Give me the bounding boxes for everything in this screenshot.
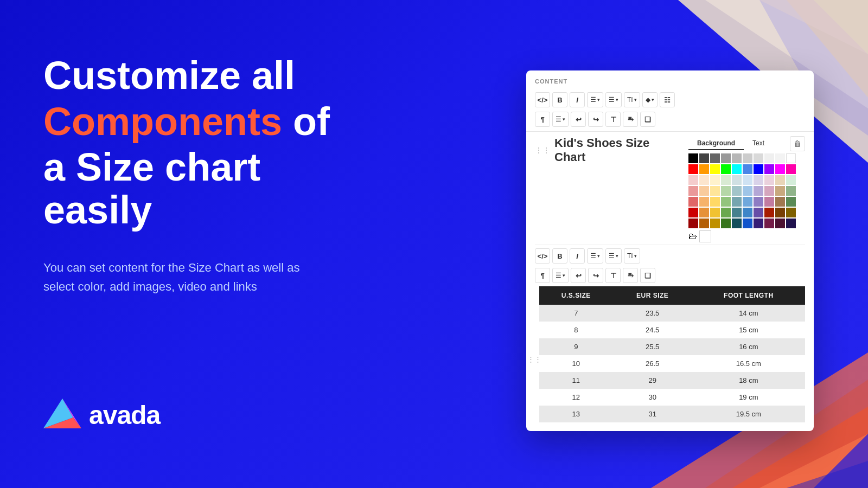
expand-btn-2[interactable]: ⥱ bbox=[623, 268, 638, 283]
undo-btn-2[interactable]: ↩ bbox=[571, 268, 586, 283]
swatch-f4[interactable] bbox=[721, 219, 731, 228]
paragraph-btn[interactable]: ¶ bbox=[535, 112, 550, 127]
color-dropdown[interactable]: ◆▾ bbox=[642, 92, 658, 107]
swatch-m9[interactable] bbox=[775, 186, 785, 196]
table-drag-handle[interactable]: ⋮⋮ bbox=[527, 355, 541, 363]
swatch-m7[interactable] bbox=[754, 186, 763, 196]
swatch-magenta[interactable] bbox=[775, 164, 785, 174]
custom-color-box[interactable] bbox=[699, 230, 711, 242]
list-ordered-dropdown[interactable]: ☰▾ bbox=[605, 92, 622, 107]
swatch-f9[interactable] bbox=[775, 219, 785, 228]
swatch-d1[interactable] bbox=[688, 197, 698, 207]
swatch-lighter-gray[interactable] bbox=[743, 153, 752, 163]
undo-btn[interactable]: ↩ bbox=[571, 112, 586, 127]
swatch-light-gray[interactable] bbox=[732, 153, 742, 163]
swatch-m8[interactable] bbox=[764, 186, 774, 196]
swatch-f10[interactable] bbox=[786, 219, 796, 228]
swatch-p1[interactable] bbox=[688, 175, 698, 185]
list-dropdown-2[interactable]: ☰▾ bbox=[587, 248, 603, 264]
para-btn-2[interactable]: ¶ bbox=[535, 268, 550, 283]
text-style-2[interactable]: TI▾ bbox=[624, 248, 640, 264]
swatch-m6[interactable] bbox=[743, 186, 752, 196]
swatch-m1[interactable] bbox=[688, 186, 698, 196]
swatch-f8[interactable] bbox=[764, 219, 774, 228]
swatch-e8[interactable] bbox=[764, 208, 774, 217]
swatch-near-white[interactable] bbox=[764, 153, 774, 163]
swatch-p4[interactable] bbox=[721, 175, 731, 185]
code-btn-2[interactable]: </> bbox=[535, 248, 550, 264]
swatch-e9[interactable] bbox=[775, 208, 785, 217]
swatch-f6[interactable] bbox=[743, 219, 752, 228]
swatch-d9[interactable] bbox=[775, 197, 785, 207]
swatch-d2[interactable] bbox=[699, 197, 709, 207]
code-btn[interactable]: </> bbox=[535, 92, 550, 107]
bold-btn-2[interactable]: B bbox=[552, 248, 567, 264]
swatch-m10[interactable] bbox=[786, 186, 796, 196]
align-dropdown-2[interactable]: ☰▾ bbox=[552, 268, 569, 283]
swatch-m3[interactable] bbox=[710, 186, 720, 196]
image-btn[interactable]: ❏ bbox=[640, 112, 655, 127]
swatch-m5[interactable] bbox=[732, 186, 742, 196]
swatch-d8[interactable] bbox=[764, 197, 774, 207]
swatch-p10[interactable] bbox=[786, 175, 796, 185]
indent-btn[interactable]: ⊤ bbox=[605, 112, 621, 127]
swatch-e7[interactable] bbox=[754, 208, 763, 217]
swatch-very-light-gray[interactable] bbox=[754, 153, 763, 163]
table-btn[interactable]: ☷ bbox=[660, 92, 675, 107]
eyedropper-icon[interactable]: 🗁 bbox=[688, 232, 697, 241]
swatch-m4[interactable] bbox=[721, 186, 731, 196]
swatch-red[interactable] bbox=[688, 164, 698, 174]
swatch-lime[interactable] bbox=[721, 164, 731, 174]
swatch-d4[interactable] bbox=[721, 197, 731, 207]
tab-text[interactable]: Text bbox=[744, 137, 773, 150]
swatch-gray[interactable] bbox=[710, 153, 720, 163]
swatch-off-white[interactable] bbox=[775, 153, 785, 163]
fullscreen-btn[interactable]: ⥱ bbox=[623, 112, 638, 127]
title-drag-handle[interactable]: ⋮⋮ bbox=[535, 146, 550, 155]
italic-btn-2[interactable]: I bbox=[570, 248, 585, 264]
swatch-e10[interactable] bbox=[786, 208, 796, 217]
swatch-f2[interactable] bbox=[699, 219, 709, 228]
color-delete-btn[interactable]: 🗑 bbox=[790, 136, 805, 151]
swatch-e2[interactable] bbox=[699, 208, 709, 217]
italic-btn[interactable]: I bbox=[570, 92, 585, 107]
swatch-blue[interactable] bbox=[743, 164, 752, 174]
swatch-pink[interactable] bbox=[786, 164, 796, 174]
swatch-p7[interactable] bbox=[754, 175, 763, 185]
bold-btn[interactable]: B bbox=[552, 92, 567, 107]
swatch-black[interactable] bbox=[688, 153, 698, 163]
indent-btn-2[interactable]: ⊤ bbox=[605, 268, 621, 283]
swatch-e6[interactable] bbox=[743, 208, 752, 217]
swatch-d3[interactable] bbox=[710, 197, 720, 207]
swatch-p3[interactable] bbox=[710, 175, 720, 185]
list-unordered-dropdown[interactable]: ☰▾ bbox=[587, 92, 603, 107]
swatch-d5[interactable] bbox=[732, 197, 742, 207]
swatch-yellow[interactable] bbox=[710, 164, 720, 174]
swatch-dark-gray[interactable] bbox=[699, 153, 709, 163]
swatch-p5[interactable] bbox=[732, 175, 742, 185]
swatch-dark-blue[interactable] bbox=[754, 164, 763, 174]
swatch-f7[interactable] bbox=[754, 219, 763, 228]
swatch-f3[interactable] bbox=[710, 219, 720, 228]
redo-btn[interactable]: ↪ bbox=[588, 112, 603, 127]
swatch-mid-gray[interactable] bbox=[721, 153, 731, 163]
swatch-e3[interactable] bbox=[710, 208, 720, 217]
swatch-p8[interactable] bbox=[764, 175, 774, 185]
swatch-f5[interactable] bbox=[732, 219, 742, 228]
swatch-p2[interactable] bbox=[699, 175, 709, 185]
swatch-cyan[interactable] bbox=[732, 164, 742, 174]
swatch-m2[interactable] bbox=[699, 186, 709, 196]
swatch-d10[interactable] bbox=[786, 197, 796, 207]
swatch-p9[interactable] bbox=[775, 175, 785, 185]
media-btn-2[interactable]: ❏ bbox=[640, 268, 655, 283]
text-style-dropdown[interactable]: TI▾ bbox=[624, 92, 640, 107]
swatch-p6[interactable] bbox=[743, 175, 752, 185]
swatch-d6[interactable] bbox=[743, 197, 752, 207]
swatch-purple[interactable] bbox=[764, 164, 774, 174]
swatch-orange[interactable] bbox=[699, 164, 709, 174]
swatch-e5[interactable] bbox=[732, 208, 742, 217]
swatch-e4[interactable] bbox=[721, 208, 731, 217]
align-dropdown[interactable]: ☰▾ bbox=[552, 112, 569, 127]
swatch-e1[interactable] bbox=[688, 208, 698, 217]
list-ordered-2[interactable]: ☰▾ bbox=[605, 248, 622, 264]
